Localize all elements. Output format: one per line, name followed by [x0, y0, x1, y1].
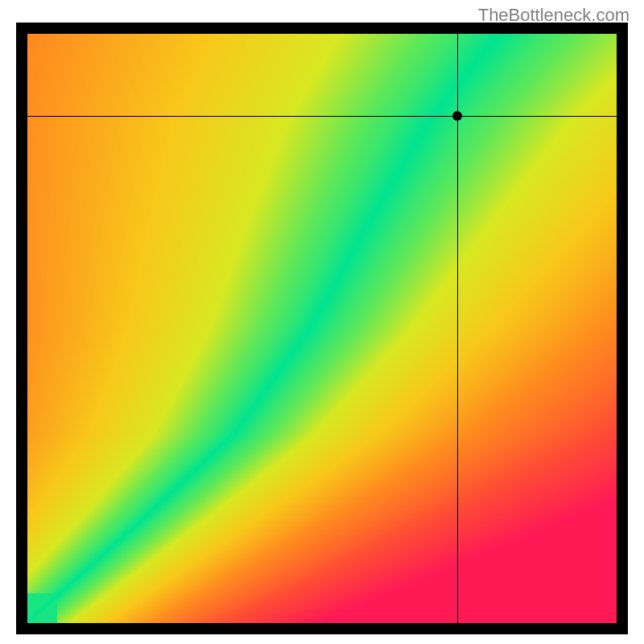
evaluation-marker	[452, 111, 462, 121]
plot-frame	[16, 23, 628, 634]
chart-container: TheBottleneck.com	[0, 0, 644, 644]
plot-area	[27, 34, 617, 623]
crosshair-vertical	[457, 34, 458, 623]
crosshair-horizontal	[27, 116, 617, 117]
heatmap-canvas	[27, 34, 617, 623]
watermark-text: TheBottleneck.com	[478, 5, 630, 26]
